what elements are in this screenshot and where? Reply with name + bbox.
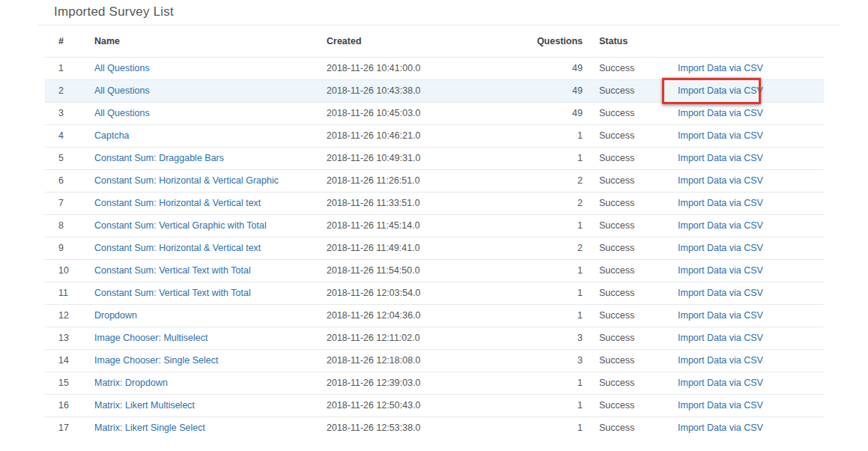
survey-name-link[interactable]: All Questions [94, 108, 150, 118]
import-csv-link[interactable]: Import Data via CSV [678, 265, 763, 276]
survey-name-link[interactable]: Constant Sum: Horizontal & Vertical text [94, 198, 261, 208]
import-csv-link[interactable]: Import Data via CSV [678, 108, 763, 118]
import-csv-link[interactable]: Import Data via CSV [678, 400, 763, 411]
import-csv-link[interactable]: Import Data via CSV [678, 310, 763, 321]
status-text: Success [583, 169, 661, 192]
status-text: Success [583, 259, 661, 282]
survey-name-link[interactable]: Captcha [94, 130, 130, 141]
import-csv-link[interactable]: Import Data via CSV [678, 63, 763, 73]
created-timestamp: 2018-11-26 11:26:51.0 [313, 169, 523, 192]
table-row: 3All Questions2018-11-26 10:45:03.049Suc… [45, 102, 824, 124]
questions-count: 2 [523, 169, 583, 192]
imported-survey-table: # Name Created Questions Status 1All Que… [45, 25, 824, 439]
row-number: 4 [45, 124, 81, 147]
import-csv-link[interactable]: Import Data via CSV [678, 423, 763, 433]
survey-name-link[interactable]: Dropdown [94, 310, 137, 321]
status-text: Success [583, 304, 661, 327]
survey-name-cell: Constant Sum: Draggable Bars [81, 147, 313, 169]
import-csv-link[interactable]: Import Data via CSV [678, 333, 763, 343]
survey-name-cell: Matrix: Dropdown [81, 372, 313, 394]
table-row: 12Dropdown2018-11-26 12:04:36.01SuccessI… [45, 304, 824, 327]
created-timestamp: 2018-11-26 10:49:31.0 [313, 147, 523, 169]
table-row: 15Matrix: Dropdown2018-11-26 12:39:03.01… [45, 372, 824, 394]
import-csv-cell: Import Data via CSV [661, 237, 824, 259]
row-number: 5 [45, 147, 81, 169]
import-csv-link[interactable]: Import Data via CSV [678, 288, 763, 298]
row-number: 13 [45, 327, 81, 349]
questions-count: 1 [523, 417, 583, 439]
import-csv-link[interactable]: Import Data via CSV [678, 220, 763, 231]
questions-count: 3 [523, 349, 583, 372]
created-timestamp: 2018-11-26 10:43:38.0 [313, 79, 523, 102]
questions-count: 1 [523, 124, 583, 147]
import-csv-link[interactable]: Import Data via CSV [678, 175, 763, 186]
imported-survey-page: Imported Survey List # Name Created Ques… [0, 0, 868, 451]
import-csv-link[interactable]: Import Data via CSV [678, 243, 763, 253]
table-body: 1All Questions2018-11-26 10:41:00.049Suc… [45, 57, 824, 439]
questions-count: 1 [523, 259, 583, 282]
survey-name-cell: All Questions [81, 102, 313, 124]
table-row: 5Constant Sum: Draggable Bars2018-11-26 … [45, 147, 824, 169]
import-csv-cell: Import Data via CSV [661, 417, 824, 439]
status-text: Success [583, 349, 661, 372]
created-timestamp: 2018-11-26 11:54:50.0 [313, 259, 523, 282]
import-csv-link[interactable]: Import Data via CSV [678, 153, 763, 163]
status-text: Success [583, 327, 661, 349]
survey-name-link[interactable]: Constant Sum: Horizontal & Vertical text [94, 243, 261, 253]
table-row: 13Image Chooser: Multiselect2018-11-26 1… [45, 327, 824, 349]
survey-name-link[interactable]: Image Chooser: Single Select [94, 355, 218, 366]
table-row: 7Constant Sum: Horizontal & Vertical tex… [45, 192, 824, 214]
questions-count: 49 [523, 102, 583, 124]
questions-count: 2 [523, 192, 583, 214]
import-csv-cell: Import Data via CSV [661, 259, 824, 282]
survey-name-link[interactable]: All Questions [94, 63, 150, 73]
survey-name-link[interactable]: Matrix: Likert Single Select [94, 423, 205, 433]
row-number: 14 [45, 349, 81, 372]
created-timestamp: 2018-11-26 10:46:21.0 [313, 124, 523, 147]
import-csv-cell: Import Data via CSV [661, 327, 824, 349]
created-timestamp: 2018-11-26 12:53:38.0 [313, 417, 523, 439]
import-csv-link[interactable]: Import Data via CSV [678, 198, 763, 208]
import-csv-link[interactable]: Import Data via CSV [678, 85, 763, 96]
survey-name-link[interactable]: Constant Sum: Draggable Bars [94, 153, 224, 163]
row-number: 8 [45, 214, 81, 237]
table-row: 16Matrix: Likert Multiselect2018-11-26 1… [45, 394, 824, 417]
created-timestamp: 2018-11-26 12:50:43.0 [313, 394, 523, 417]
table-header-row: # Name Created Questions Status [45, 25, 824, 57]
row-number: 15 [45, 372, 81, 394]
column-header-questions: Questions [523, 25, 583, 57]
survey-name-link[interactable]: All Questions [94, 85, 150, 96]
survey-name-link[interactable]: Matrix: Dropdown [94, 378, 168, 388]
import-csv-cell: Import Data via CSV [661, 147, 824, 169]
column-header-name: Name [81, 25, 313, 57]
survey-name-link[interactable]: Constant Sum: Horizontal & Vertical Grap… [94, 175, 279, 186]
created-timestamp: 2018-11-26 10:45:03.0 [313, 102, 523, 124]
created-timestamp: 2018-11-26 11:33:51.0 [313, 192, 523, 214]
survey-name-cell: Image Chooser: Single Select [81, 349, 313, 372]
questions-count: 1 [523, 372, 583, 394]
created-timestamp: 2018-11-26 11:49:41.0 [313, 237, 523, 259]
survey-name-link[interactable]: Constant Sum: Vertical Text with Total [94, 265, 251, 276]
table-row: 1All Questions2018-11-26 10:41:00.049Suc… [45, 57, 824, 79]
import-csv-cell: Import Data via CSV [661, 349, 824, 372]
import-csv-link[interactable]: Import Data via CSV [678, 130, 763, 141]
created-timestamp: 2018-11-26 12:03:54.0 [313, 282, 523, 304]
import-csv-link[interactable]: Import Data via CSV [678, 355, 763, 366]
created-timestamp: 2018-11-26 12:18:08.0 [313, 349, 523, 372]
survey-name-link[interactable]: Image Chooser: Multiselect [94, 333, 207, 343]
survey-name-cell: Matrix: Likert Multiselect [81, 394, 313, 417]
survey-name-link[interactable]: Constant Sum: Vertical Graphic with Tota… [94, 220, 267, 231]
survey-name-cell: Constant Sum: Vertical Text with Total [81, 259, 313, 282]
row-number: 7 [45, 192, 81, 214]
created-timestamp: 2018-11-26 11:45:14.0 [313, 214, 523, 237]
survey-name-link[interactable]: Matrix: Likert Multiselect [94, 400, 195, 411]
table-row: 4Captcha2018-11-26 10:46:21.01SuccessImp… [45, 124, 824, 147]
row-number: 16 [45, 394, 81, 417]
created-timestamp: 2018-11-26 10:41:00.0 [313, 57, 523, 79]
import-csv-link[interactable]: Import Data via CSV [678, 378, 763, 388]
questions-count: 1 [523, 282, 583, 304]
survey-name-link[interactable]: Constant Sum: Vertical Text with Total [94, 288, 251, 298]
status-text: Success [583, 237, 661, 259]
questions-count: 1 [523, 214, 583, 237]
import-csv-cell: Import Data via CSV [661, 192, 824, 214]
